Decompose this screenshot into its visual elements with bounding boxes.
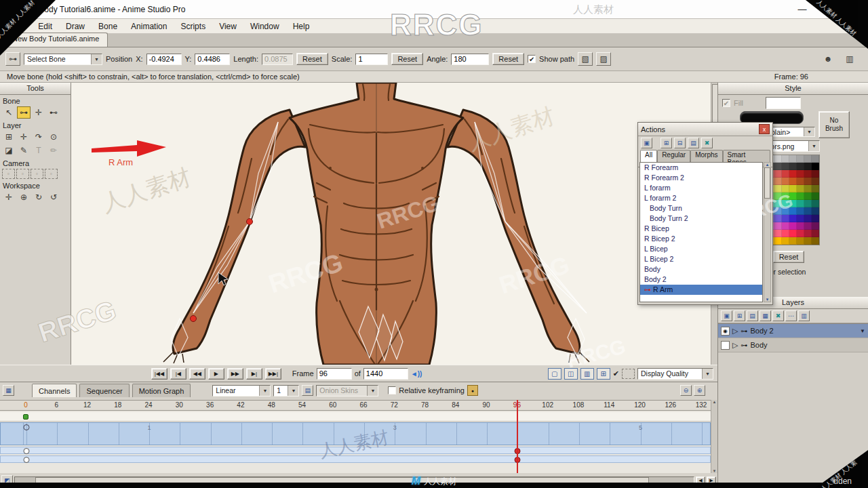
menu-view[interactable]: View bbox=[213, 20, 243, 33]
chevron-down-icon[interactable]: ▼ bbox=[860, 328, 865, 334]
keyframe-row[interactable] bbox=[0, 455, 711, 463]
color-swatch[interactable] bbox=[774, 230, 782, 237]
color-swatch[interactable] bbox=[804, 230, 812, 237]
zoom-in-icon[interactable]: ⊕ bbox=[694, 385, 705, 396]
reset-position-button[interactable]: Reset bbox=[296, 53, 328, 65]
fast-forward-button[interactable]: ▶▶ bbox=[227, 368, 243, 380]
step-back-button[interactable]: |◀ bbox=[170, 368, 186, 380]
layer-row-body2[interactable]: ◉ ▷ ⊶ Body 2 ▼ bbox=[718, 324, 868, 338]
selection-frame-icon[interactable] bbox=[622, 369, 635, 379]
action-item[interactable]: L forarm 2 bbox=[640, 193, 762, 203]
color-swatch[interactable] bbox=[774, 192, 782, 200]
color-swatch[interactable] bbox=[789, 185, 797, 192]
color-swatch[interactable] bbox=[812, 170, 819, 178]
color-swatch[interactable] bbox=[782, 170, 789, 178]
color-swatch[interactable] bbox=[797, 215, 804, 222]
roll-camera-icon[interactable]: ▫ bbox=[31, 169, 43, 179]
color-swatch[interactable] bbox=[782, 222, 789, 230]
color-swatch[interactable] bbox=[804, 192, 812, 200]
track-expand-icon[interactable]: ◩ bbox=[1, 475, 13, 486]
color-swatch[interactable] bbox=[774, 185, 782, 192]
color-swatch[interactable] bbox=[782, 215, 789, 222]
pen-tool-icon[interactable]: ✎ bbox=[17, 144, 31, 157]
flip-layer-icon[interactable]: ⊙ bbox=[47, 131, 60, 143]
action-item[interactable]: R Forearm 2 bbox=[640, 173, 762, 183]
color-swatch[interactable] bbox=[804, 178, 812, 185]
scroll-left-icon[interactable]: ◀ bbox=[696, 476, 705, 485]
keyframe[interactable] bbox=[24, 424, 30, 430]
color-swatch[interactable] bbox=[797, 237, 804, 245]
checkmark-icon[interactable]: ✔ bbox=[613, 369, 619, 378]
color-swatch[interactable] bbox=[774, 222, 782, 230]
channel-row[interactable] bbox=[0, 412, 711, 422]
color-swatch[interactable] bbox=[789, 237, 797, 245]
color-swatch[interactable] bbox=[812, 178, 819, 185]
color-swatch[interactable] bbox=[789, 192, 797, 200]
manipulate-bone-icon[interactable]: ✛ bbox=[32, 106, 45, 119]
color-swatch[interactable] bbox=[797, 230, 804, 237]
color-swatch[interactable] bbox=[804, 200, 812, 207]
channel-filter-icon[interactable]: ▤ bbox=[302, 385, 313, 396]
color-swatch[interactable] bbox=[782, 163, 789, 170]
visibility-icon[interactable]: ◉ bbox=[721, 327, 730, 336]
keyframe[interactable] bbox=[23, 414, 28, 420]
layer-row-body[interactable]: ▷ ⊶ Body bbox=[718, 338, 868, 352]
timeline-vertical-scrollbar[interactable]: ▲▼ bbox=[711, 400, 717, 473]
color-swatch[interactable] bbox=[804, 237, 812, 245]
zoom-out-icon[interactable]: ⊖ bbox=[680, 385, 692, 396]
menu-draw[interactable]: Draw bbox=[60, 20, 91, 33]
color-swatch[interactable] bbox=[789, 163, 797, 170]
reset-style-button[interactable]: Reset bbox=[773, 251, 804, 263]
minimize-button[interactable]: — bbox=[797, 4, 806, 14]
color-swatch[interactable] bbox=[774, 215, 782, 222]
step-forward-button[interactable]: ▶| bbox=[246, 368, 262, 380]
action-item[interactable]: R Forearm bbox=[640, 163, 762, 173]
color-swatch[interactable] bbox=[782, 192, 789, 200]
color-swatch[interactable] bbox=[812, 192, 819, 200]
track-camera-icon[interactable]: ▫ bbox=[2, 169, 15, 179]
rotate-workspace-icon[interactable]: ↻ bbox=[32, 191, 45, 203]
color-swatch[interactable] bbox=[774, 237, 782, 245]
color-swatch[interactable] bbox=[774, 207, 782, 215]
color-swatch[interactable] bbox=[789, 155, 797, 163]
pan-workspace-icon[interactable]: ✛ bbox=[2, 191, 16, 203]
color-swatch[interactable] bbox=[789, 178, 797, 185]
expand-arrow-icon[interactable]: ▷ bbox=[732, 341, 738, 350]
total-frames-input[interactable] bbox=[363, 368, 408, 380]
actions-scrollbar[interactable]: ▲ ▼ bbox=[764, 162, 771, 302]
go-to-start-button[interactable]: |◀◀ bbox=[151, 368, 167, 380]
scale-layer-icon[interactable]: ✛ bbox=[17, 131, 31, 143]
color-swatch[interactable] bbox=[789, 207, 797, 215]
split-view-icon[interactable]: ◫ bbox=[564, 368, 578, 380]
menu-edit[interactable]: Edit bbox=[32, 20, 58, 33]
color-swatch[interactable] bbox=[812, 155, 819, 163]
action-item[interactable]: L Bicep bbox=[640, 244, 762, 254]
color-swatch[interactable] bbox=[789, 170, 797, 178]
menu-file[interactable]: File bbox=[5, 20, 31, 33]
color-swatch[interactable] bbox=[774, 155, 782, 163]
onion-skins-dropdown[interactable]: Onion Skins▼ bbox=[316, 385, 378, 396]
fill-checkbox[interactable]: ✔ bbox=[722, 99, 730, 107]
menu-window[interactable]: Window bbox=[244, 20, 285, 33]
insert-action-icon[interactable]: ⊞ bbox=[660, 138, 672, 148]
lock-icon[interactable]: ● bbox=[467, 385, 478, 396]
color-swatch[interactable] bbox=[812, 215, 819, 222]
horizontal-scrollbar[interactable] bbox=[14, 476, 694, 485]
tab-channels[interactable]: Channels bbox=[32, 384, 77, 397]
action-item[interactable]: L Bicep 2 bbox=[640, 254, 762, 264]
color-swatch[interactable] bbox=[812, 222, 819, 230]
color-swatch[interactable] bbox=[797, 200, 804, 207]
quad-view-icon[interactable]: ▥ bbox=[580, 368, 594, 380]
x-input[interactable] bbox=[146, 54, 182, 65]
color-swatch[interactable] bbox=[774, 200, 782, 207]
action-item[interactable]: Body Turn bbox=[640, 203, 762, 214]
color-swatch[interactable] bbox=[789, 200, 797, 207]
visibility-icon[interactable] bbox=[721, 341, 730, 350]
color-swatch[interactable] bbox=[797, 185, 804, 192]
orbit-workspace-icon[interactable]: ↺ bbox=[47, 191, 60, 203]
action-item[interactable]: Body 2 bbox=[640, 274, 762, 285]
more-options-icon[interactable]: ⋯ bbox=[785, 310, 797, 321]
new-group-icon[interactable]: ⊞ bbox=[734, 310, 745, 321]
color-swatch[interactable] bbox=[782, 230, 789, 237]
action-item[interactable]: L forarm bbox=[640, 183, 762, 193]
